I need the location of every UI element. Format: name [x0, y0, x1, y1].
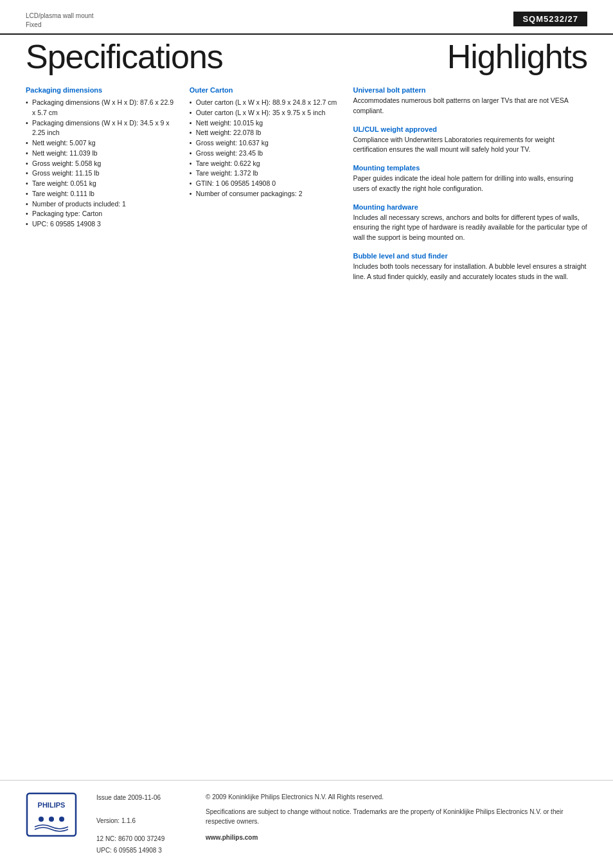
svg-point-2: [39, 817, 44, 822]
list-item: Gross weight: 5.058 kg: [26, 159, 177, 169]
highlight-title: UL/CUL weight approved: [353, 125, 587, 133]
list-item: Nett weight: 11.039 lb: [26, 149, 177, 159]
legal-text: Specifications are subject to change wit…: [206, 807, 587, 826]
list-item: UPC: 6 09585 14908 3: [26, 219, 177, 230]
product-type: LCD/plasma wall mount: [26, 12, 94, 21]
packaging-list: Packaging dimensions (W x H x D): 87.6 x…: [26, 98, 177, 230]
issue-date-row: Issue date 2009-11-06: [96, 792, 186, 804]
list-item: Tare weight: 0.111 lb: [26, 189, 177, 199]
list-item: Packaging dimensions (W x H x D): 87.6 x…: [26, 98, 177, 118]
highlight-section: Bubble level and stud finderIncludes bot…: [353, 252, 587, 282]
highlight-title: Universal bolt pattern: [353, 86, 587, 94]
list-item: Outer carton (L x W x H): 35 x 9.75 x 5 …: [190, 108, 341, 118]
highlight-title: Mounting hardware: [353, 203, 587, 211]
footer-legal: © 2009 Koninklijke Philips Electronics N…: [206, 792, 587, 842]
footer-meta: Issue date 2009-11-06 Version: 1.1.6 12 …: [96, 792, 186, 856]
product-info: LCD/plasma wall mount Fixed: [26, 12, 94, 30]
list-item: Number of products included: 1: [26, 199, 177, 210]
header: LCD/plasma wall mount Fixed SQM5232/27: [0, 0, 613, 30]
list-item: Gross weight: 23.45 lb: [190, 149, 341, 159]
list-item: Packaging dimensions (W x H x D): 34.5 x…: [26, 118, 177, 139]
specs-area: Packaging dimensions Packaging dimension…: [26, 86, 340, 291]
packaging-title: Packaging dimensions: [26, 86, 177, 94]
outer-carton-title: Outer Carton: [190, 86, 341, 94]
upc-number: UPC: 6 09585 14908 3: [96, 845, 186, 856]
highlight-text: Accommodates numerous bolt patterns on l…: [353, 96, 587, 116]
list-item: Nett weight: 5.007 kg: [26, 138, 177, 149]
highlight-text: Compliance with Underwriters Laboratorie…: [353, 135, 587, 156]
highlights-title: Highlights: [447, 40, 587, 73]
list-item: Tare weight: 1.372 lb: [190, 168, 341, 179]
svg-text:PHILIPS: PHILIPS: [38, 801, 66, 809]
product-subtype: Fixed: [26, 21, 94, 30]
outer-carton-list: Outer carton (L x W x H): 88.9 x 24.8 x …: [190, 98, 341, 199]
copyright: © 2009 Koninklijke Philips Electronics N…: [206, 792, 587, 802]
list-item: Gross weight: 11.15 lb: [26, 168, 177, 179]
version-row: Version: 1.1.6: [96, 815, 186, 827]
list-item: Packaging type: Carton: [26, 209, 177, 219]
highlight-text: Includes all necessary screws, anchors a…: [353, 213, 587, 243]
footer-logo: PHILIPS: [26, 792, 77, 838]
highlight-text: Paper guides indicate the ideal hole pat…: [353, 174, 587, 194]
list-item: Tare weight: 0.051 kg: [26, 179, 177, 189]
svg-point-3: [49, 817, 54, 822]
highlight-section: UL/CUL weight approvedCompliance with Un…: [353, 125, 587, 156]
list-item: Gross weight: 10.637 kg: [190, 138, 341, 149]
nc-number: 12 NC: 8670 000 37249: [96, 833, 186, 845]
list-item: Nett weight: 10.015 kg: [190, 118, 341, 129]
footer: PHILIPS Issue date 2009-11-06 Version: 1…: [0, 780, 613, 868]
highlight-section: Mounting templatesPaper guides indicate …: [353, 164, 587, 194]
title-row: Specifications Highlights: [0, 33, 613, 73]
list-item: Tare weight: 0.622 kg: [190, 159, 341, 169]
list-item: Number of consumer packagings: 2: [190, 189, 341, 199]
list-item: Outer carton (L x W x H): 88.9 x 24.8 x …: [190, 98, 341, 108]
list-item: GTIN: 1 06 09585 14908 0: [190, 179, 341, 189]
main-content: Packaging dimensions Packaging dimension…: [0, 73, 613, 291]
highlight-section: Mounting hardwareIncludes all necessary …: [353, 203, 587, 243]
highlight-title: Mounting templates: [353, 164, 587, 172]
highlight-title: Bubble level and stud finder: [353, 252, 587, 260]
list-item: Nett weight: 22.078 lb: [190, 128, 341, 138]
philips-logo-svg: PHILIPS: [26, 792, 77, 837]
nc-upc: 12 NC: 8670 000 37249 UPC: 6 09585 14908…: [96, 833, 186, 856]
highlight-text: Includes both tools necessary for instal…: [353, 262, 587, 282]
highlights-area: Universal bolt patternAccommodates numer…: [340, 86, 587, 291]
svg-point-4: [59, 817, 64, 822]
website: www.philips.com: [206, 833, 587, 842]
outer-carton-col: Outer Carton Outer carton (L x W x H): 8…: [190, 86, 341, 291]
packaging-col: Packaging dimensions Packaging dimension…: [26, 86, 177, 291]
page-title: Specifications: [26, 40, 223, 73]
model-badge: SQM5232/27: [513, 12, 587, 26]
highlight-section: Universal bolt patternAccommodates numer…: [353, 86, 587, 116]
